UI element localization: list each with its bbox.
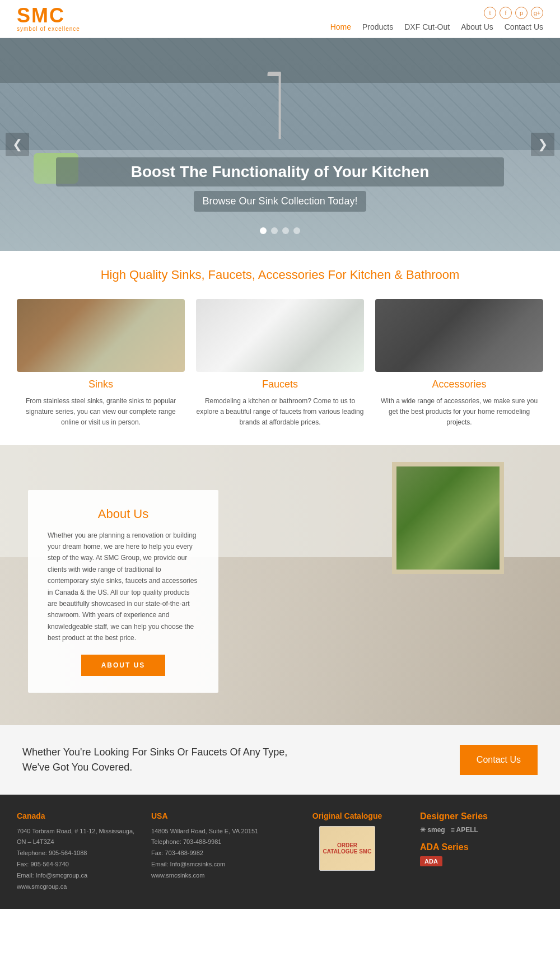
- footer-usa-address: 14805 Willard Road, Suite E, VA 20151 Te…: [151, 826, 274, 881]
- hero-next-button[interactable]: ❯: [531, 133, 554, 156]
- pinterest-icon[interactable]: p: [515, 7, 528, 19]
- cta-section: Whether You're Looking For Sinks Or Fauc…: [0, 725, 560, 795]
- logo-text: SMC: [17, 6, 80, 26]
- hero-title: Boost The Functionality of Your Kitchen: [56, 157, 504, 186]
- footer-usa-title: USA: [151, 811, 274, 820]
- nav-products[interactable]: Products: [362, 22, 393, 31]
- cta-text: Whether You're Looking For Sinks Or Fauc…: [22, 745, 302, 775]
- hero-text-box: Boost The Functionality of Your Kitchen …: [56, 157, 504, 212]
- facebook-icon[interactable]: f: [500, 7, 512, 19]
- footer-catalogue: Original Catalogue ORDER CATALOGUE SMC: [286, 811, 409, 893]
- footer-usa: USA 14805 Willard Road, Suite E, VA 2015…: [151, 811, 274, 893]
- ada-series-label: ADA Series: [420, 842, 543, 852]
- sinks-title[interactable]: Sinks: [17, 379, 185, 390]
- hero-dots: [260, 227, 300, 234]
- brand-logos: ✳ smeg ≡ APELL: [420, 826, 543, 834]
- sinks-desc: From stainless steel sinks, granite sink…: [17, 396, 185, 428]
- hero-prev-button[interactable]: ❮: [6, 133, 29, 156]
- footer-brands: Designer Series ✳ smeg ≡ APELL ADA Serie…: [420, 811, 543, 893]
- about-title: About Us: [48, 507, 199, 521]
- catalogue-image: ORDER CATALOGUE SMC: [319, 826, 375, 871]
- about-window: [392, 462, 504, 574]
- about-section: About Us Whether you are planning a reno…: [0, 445, 560, 725]
- logo[interactable]: SMC symbol of excellence: [17, 6, 80, 32]
- hero-dot-1[interactable]: [260, 227, 267, 234]
- about-button[interactable]: ABOUT US: [81, 655, 165, 676]
- hero-section: Boost The Functionality of Your Kitchen …: [0, 38, 560, 251]
- about-box: About Us Whether you are planning a reno…: [28, 490, 218, 693]
- catalogue-title: Original Catalogue: [286, 811, 409, 820]
- designer-series-label: Designer Series: [420, 811, 543, 822]
- hero-dot-4[interactable]: [293, 227, 300, 234]
- twitter-icon[interactable]: t: [484, 7, 496, 19]
- nav-about[interactable]: About Us: [461, 22, 493, 31]
- cta-contact-button[interactable]: Contact Us: [460, 745, 538, 775]
- tagline-text: High Quality Sinks, Faucets, Accessories…: [11, 268, 549, 282]
- googleplus-icon[interactable]: g+: [531, 7, 543, 19]
- hero-dot-3[interactable]: [282, 227, 289, 234]
- main-nav: Home Products DXF Cut-Out About Us Conta…: [330, 22, 543, 31]
- header-right: t f p g+ Home Products DXF Cut-Out About…: [330, 7, 543, 31]
- faucets-title[interactable]: Faucets: [196, 379, 364, 390]
- footer-canada-address: 7040 Torbram Road, # 11-12, Mississauga,…: [17, 826, 140, 893]
- ada-badge: ADA: [420, 856, 442, 866]
- product-card-accessories: Accessories With a wide range of accesso…: [375, 299, 543, 428]
- footer: Canada 7040 Torbram Road, # 11-12, Missi…: [0, 795, 560, 909]
- nav-home[interactable]: Home: [330, 22, 351, 31]
- apell-logo: ≡ APELL: [451, 826, 478, 834]
- faucets-desc: Remodeling a kitchen or bathroom? Come t…: [196, 396, 364, 428]
- social-icons: t f p g+: [484, 7, 543, 19]
- smeg-logo: ✳ smeg: [420, 826, 445, 834]
- accessories-desc: With a wide range of accessories, we mak…: [375, 396, 543, 428]
- footer-canada-title: Canada: [17, 811, 140, 820]
- product-card-sinks: Sinks From stainless steel sinks, granit…: [17, 299, 185, 428]
- hero-dot-2[interactable]: [271, 227, 278, 234]
- header: SMC symbol of excellence t f p g+ Home P…: [0, 0, 560, 38]
- hero-faucet: [279, 72, 281, 139]
- faucets-image: [196, 299, 364, 372]
- hero-subtitle: Browse Our Sink Collection Today!: [194, 191, 367, 212]
- logo-tagline: symbol of excellence: [17, 26, 80, 32]
- about-description: Whether you are planning a renovation or…: [48, 530, 199, 644]
- sinks-image: [17, 299, 185, 372]
- nav-contact[interactable]: Contact Us: [505, 22, 543, 31]
- products-section: Sinks From stainless steel sinks, granit…: [0, 288, 560, 445]
- accessories-title[interactable]: Accessories: [375, 379, 543, 390]
- nav-dxf[interactable]: DXF Cut-Out: [404, 22, 450, 31]
- accessories-image: [375, 299, 543, 372]
- product-card-faucets: Faucets Remodeling a kitchen or bathroom…: [196, 299, 364, 428]
- footer-canada: Canada 7040 Torbram Road, # 11-12, Missi…: [17, 811, 140, 893]
- tagline-section: High Quality Sinks, Faucets, Accessories…: [0, 251, 560, 288]
